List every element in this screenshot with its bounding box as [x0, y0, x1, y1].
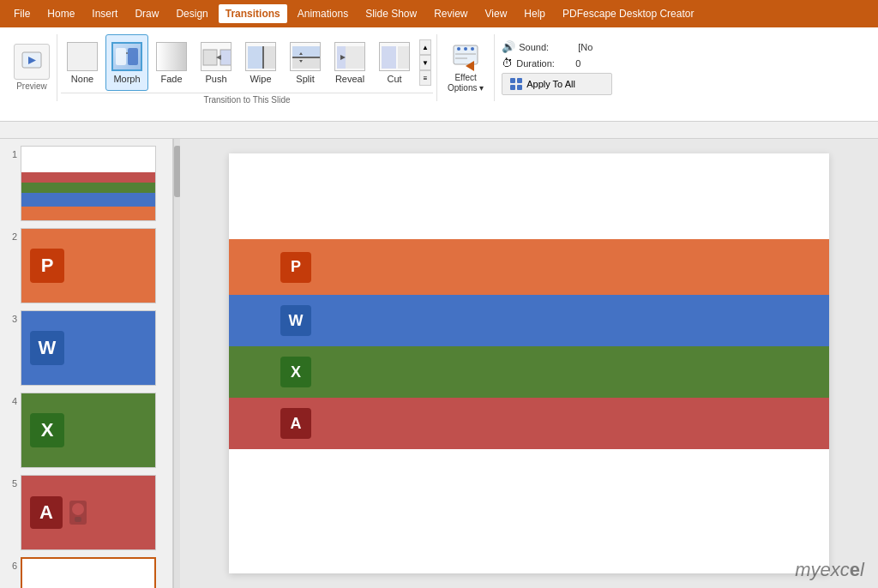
svg-rect-30 — [510, 85, 515, 90]
svg-point-24 — [471, 47, 474, 51]
svg-rect-6 — [220, 50, 232, 65]
menu-design[interactable]: Design — [169, 4, 214, 23]
slide-number-4: 4 — [3, 393, 17, 406]
menu-insert[interactable]: Insert — [85, 4, 124, 23]
fade-label: Fade — [160, 74, 182, 84]
apply-all-label: Apply To All — [526, 79, 575, 89]
slide-number-5: 5 — [3, 475, 17, 489]
transitions-group: None Morph — [57, 34, 437, 101]
transition-fade-button[interactable]: Fade — [150, 34, 193, 91]
main-area: 1 2 P 3 — [0, 139, 878, 588]
slide-item-1[interactable]: 1 — [0, 142, 172, 225]
slide-item-4[interactable]: 4 X — [0, 389, 172, 471]
svg-rect-5 — [203, 50, 217, 65]
svg-rect-17 — [346, 46, 365, 69]
preview-button[interactable] — [14, 44, 50, 80]
menu-home[interactable]: Home — [40, 4, 81, 23]
svg-rect-3 — [128, 48, 138, 65]
sound-label: Sound: — [519, 42, 574, 52]
svg-rect-9 — [248, 46, 263, 69]
excel-icon: X — [280, 357, 311, 387]
access-bar: A — [229, 398, 829, 449]
word-bar: W — [229, 295, 829, 346]
menu-transitions[interactable]: Transitions — [219, 4, 287, 23]
slide-thumb-2: P — [21, 228, 156, 303]
fade-transition-icon — [156, 41, 187, 72]
preview-label: Preview — [16, 80, 47, 93]
duration-icon: ⏱ — [502, 57, 513, 69]
menu-view[interactable]: View — [478, 4, 514, 23]
apply-to-all-button[interactable]: Apply To All — [502, 73, 612, 95]
menu-animations[interactable]: Animations — [291, 4, 355, 23]
svg-rect-28 — [510, 78, 515, 83]
morph-transition-icon — [111, 41, 142, 72]
slide-number-1: 1 — [3, 146, 17, 159]
transition-wipe-button[interactable]: Wipe — [239, 34, 282, 91]
powerpoint-icon: P — [280, 252, 311, 283]
slide-item-5[interactable]: 5 A — [0, 471, 172, 554]
section-bar — [0, 122, 878, 139]
push-label: Push — [205, 74, 226, 84]
scroll-up-button[interactable]: ▲ — [419, 39, 431, 55]
menu-help[interactable]: Help — [517, 4, 552, 23]
access-icon: A — [280, 408, 311, 439]
transition-cut-button[interactable]: Cut — [373, 34, 416, 91]
transition-none-button[interactable]: None — [61, 34, 104, 91]
duration-label: Duration: — [516, 58, 572, 69]
scroll-down-button[interactable]: ▼ — [419, 55, 431, 70]
wipe-transition-icon — [245, 41, 276, 72]
scroll-more-button[interactable]: ≡ — [419, 70, 431, 86]
slide-thumb-3: W — [21, 310, 156, 386]
timing-group: 🔊 Sound: [No ⏱ Duration: 0 Apply To All — [495, 34, 619, 101]
slides-scrollbar[interactable] — [173, 139, 180, 588]
slide-item-6[interactable]: 6 — [0, 554, 172, 588]
svg-rect-31 — [517, 85, 522, 90]
transition-reveal-button[interactable]: Reveal — [328, 34, 371, 91]
svg-rect-19 — [382, 46, 396, 69]
reveal-transition-icon — [334, 41, 365, 72]
slide-item-3[interactable]: 3 W — [0, 307, 172, 389]
transition-split-button[interactable]: Split — [284, 34, 327, 91]
slide-thumb-5: A — [21, 475, 156, 550]
effect-options-group: EffectOptions ▾ — [437, 34, 495, 101]
svg-point-23 — [464, 47, 467, 51]
effect-options-button[interactable]: EffectOptions ▾ — [444, 39, 487, 97]
menu-review[interactable]: Review — [427, 4, 474, 23]
slide-thumb-1 — [21, 146, 156, 221]
cut-label: Cut — [387, 74, 401, 84]
slide-thumb-4: X — [21, 393, 156, 468]
push-transition-icon — [201, 41, 232, 72]
slides-panel: 1 2 P 3 — [0, 139, 173, 588]
transitions-scrollbar: ▲ ▼ ≡ — [418, 39, 433, 86]
split-transition-icon — [290, 41, 321, 72]
svg-rect-20 — [398, 46, 410, 69]
slide-number-2: 2 — [3, 228, 17, 242]
svg-rect-12 — [292, 46, 321, 57]
menu-pdfescape[interactable]: PDFescape Desktop Creator — [556, 4, 701, 23]
cut-transition-icon — [379, 41, 410, 72]
ribbon: Preview None — [0, 27, 878, 122]
ribbon-preview-group: Preview — [7, 34, 57, 101]
canvas-area: P W X A myexcel — [180, 139, 878, 588]
menu-file[interactable]: File — [7, 4, 37, 23]
svg-rect-29 — [517, 78, 522, 83]
transition-morph-button[interactable]: Morph — [105, 34, 148, 91]
slide-item-2[interactable]: 2 P — [0, 225, 172, 307]
duration-row: ⏱ Duration: 0 — [502, 57, 612, 69]
split-label: Split — [296, 74, 314, 84]
sound-row: 🔊 Sound: [No — [502, 40, 612, 53]
menu-slideshow[interactable]: Slide Show — [358, 4, 424, 23]
menu-draw[interactable]: Draw — [128, 4, 165, 23]
effect-options-label: EffectOptions ▾ — [448, 73, 484, 93]
morph-label: Morph — [113, 74, 140, 84]
transition-push-button[interactable]: Push — [195, 34, 238, 91]
slide-thumb-6 — [21, 557, 156, 588]
svg-point-22 — [457, 47, 460, 51]
duration-value: 0 — [575, 58, 610, 69]
slide-canvas: P W X A — [229, 153, 829, 573]
svg-rect-2 — [116, 48, 126, 65]
slide-number-3: 3 — [3, 310, 17, 324]
none-transition-icon — [67, 41, 98, 72]
transition-section-label: Transition to This Slide — [61, 93, 433, 106]
excel-bar: X — [229, 346, 829, 398]
